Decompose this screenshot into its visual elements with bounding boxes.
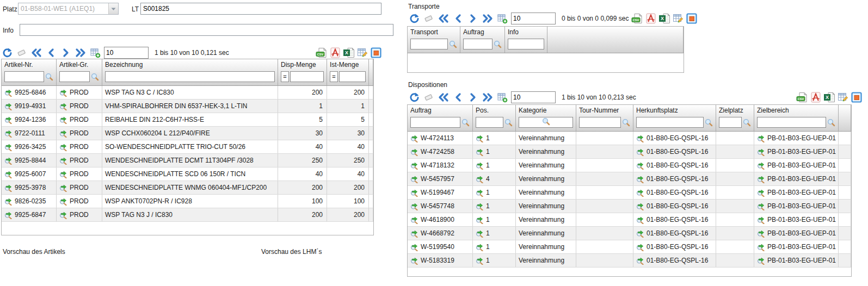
lookup-icon[interactable]	[59, 102, 67, 110]
lookup-icon[interactable]	[410, 257, 418, 265]
next-page-button[interactable]	[60, 47, 72, 59]
table-row[interactable]: 9926-3425PRODSO-WENDESCHNEIDPLATTE TRIO-…	[2, 140, 373, 154]
lookup-icon[interactable]	[4, 197, 13, 206]
export-csv-button[interactable]: CSV	[796, 91, 808, 103]
lookup-icon[interactable]	[410, 189, 418, 197]
lookup-icon[interactable]	[410, 216, 418, 224]
search-icon[interactable]	[827, 119, 835, 127]
add-page-size-button[interactable]	[496, 13, 508, 24]
info-input[interactable]	[20, 24, 393, 36]
lookup-icon[interactable]	[4, 129, 13, 138]
filter-input[interactable]	[508, 39, 544, 49]
column-header-label[interactable]: Ist-Menge	[330, 61, 368, 70]
column-header-label[interactable]: Tour-Nummer	[579, 107, 633, 116]
lookup-icon[interactable]	[4, 157, 13, 165]
window-button[interactable]	[851, 91, 863, 103]
edit-columns-button[interactable]	[672, 13, 684, 24]
platz-dropdown-button[interactable]	[108, 3, 118, 14]
column-header-label[interactable]: Bezeichnung	[105, 61, 278, 70]
filter-input[interactable]	[757, 117, 826, 128]
edit-columns-button[interactable]	[356, 47, 368, 59]
table-row[interactable]: 9925-6847PRODWSP TAG N3 J / IC830200200	[2, 208, 373, 222]
equals-operator-box[interactable]: =	[330, 71, 338, 82]
export-pdf-button[interactable]	[810, 91, 822, 103]
lookup-icon[interactable]	[757, 202, 765, 210]
table-row[interactable]: W-51994671Vereinnahmung01-B80-EG-QSPL-16…	[408, 186, 851, 200]
lookup-icon[interactable]	[410, 202, 418, 210]
lookup-icon[interactable]	[636, 175, 644, 183]
export-pdf-button[interactable]	[645, 13, 657, 24]
lookup-icon[interactable]	[757, 229, 765, 238]
lookup-icon[interactable]	[4, 184, 13, 192]
add-page-size-button[interactable]	[496, 91, 508, 103]
window-button[interactable]	[686, 13, 698, 24]
filter-input[interactable]	[410, 39, 448, 49]
clear-filter-button[interactable]	[423, 13, 435, 24]
refresh-button[interactable]	[408, 13, 420, 24]
export-excel-button[interactable]: X	[658, 13, 670, 24]
table-row[interactable]: W-54579574Vereinnahmung01-B80-EG-QSPL-16…	[408, 172, 851, 186]
column-header-label[interactable]: Auftrag	[463, 28, 504, 38]
filter-input[interactable]	[290, 71, 324, 82]
lookup-icon[interactable]	[757, 189, 765, 197]
column-header-label[interactable]: Artikel-Nr.	[4, 61, 56, 70]
filter-input[interactable]	[410, 117, 460, 128]
column-header-label[interactable]: Artikel-Gr.	[59, 61, 102, 70]
search-icon[interactable]	[45, 73, 53, 81]
lookup-icon[interactable]	[410, 175, 418, 183]
export-excel-button[interactable]: X	[823, 91, 835, 103]
table-row[interactable]: 9925-3978PRODWENDESCHNEIDPLATTE WNMG 060…	[2, 181, 373, 195]
lookup-icon[interactable]	[4, 89, 13, 97]
table-row[interactable]: W-51995401Vereinnahmung01-B80-EG-QSPL-16…	[408, 240, 851, 254]
first-page-button[interactable]	[438, 13, 450, 24]
table-row[interactable]: W-47241131Vereinnahmung01-B80-EG-QSPL-16…	[408, 132, 851, 145]
table-row[interactable]: 9925-8844PRODWENDESCHNEIDPLATTE DCMT 11T…	[2, 154, 373, 167]
table-row[interactable]: W-47181321Vereinnahmung01-B80-EG-QSPL-16…	[408, 159, 851, 172]
lookup-icon[interactable]	[59, 89, 67, 97]
lookup-icon[interactable]	[59, 197, 67, 206]
lookup-icon[interactable]	[4, 102, 13, 110]
add-page-size-button[interactable]	[89, 47, 101, 59]
next-page-button[interactable]	[467, 13, 479, 24]
filter-input[interactable]	[636, 117, 704, 128]
search-icon[interactable]	[449, 40, 457, 48]
lookup-icon[interactable]	[4, 143, 13, 151]
lookup-icon[interactable]	[4, 211, 13, 219]
export-excel-button[interactable]: X	[343, 47, 355, 59]
column-header-label[interactable]: Pos.	[476, 107, 515, 116]
lookup-icon[interactable]	[476, 189, 484, 197]
lt-input[interactable]	[140, 3, 381, 15]
lookup-icon[interactable]	[59, 184, 67, 192]
search-icon[interactable]	[494, 40, 502, 48]
equals-operator-box[interactable]: =	[281, 71, 289, 82]
lookup-icon[interactable]	[410, 243, 418, 251]
last-page-button[interactable]	[482, 13, 494, 24]
page-size-input[interactable]	[511, 13, 556, 24]
table-row[interactable]: 9924-1236PRODREIBAHLE DIN 212-C6H7-HSS-E…	[2, 113, 373, 127]
column-header-label[interactable]: Disp-Menge	[281, 61, 327, 70]
lookup-icon[interactable]	[476, 257, 484, 265]
lookup-icon[interactable]	[636, 134, 644, 142]
platz-combobox[interactable]: 01-B58-01-WE1 (A1EQ1)	[18, 3, 119, 15]
last-page-button[interactable]	[482, 91, 494, 103]
table-row[interactable]: W-54577481Vereinnahmung01-B80-EG-QSPL-16…	[408, 200, 851, 213]
lookup-icon[interactable]	[757, 257, 765, 265]
clear-filter-button[interactable]	[423, 91, 435, 103]
lookup-icon[interactable]	[59, 157, 67, 165]
lookup-icon[interactable]	[636, 243, 644, 251]
lookup-icon[interactable]	[59, 116, 67, 124]
first-page-button[interactable]	[438, 91, 450, 103]
lookup-icon[interactable]	[59, 211, 67, 219]
table-row[interactable]: W-47242581Vereinnahmung01-B80-EG-QSPL-16…	[408, 145, 851, 159]
lookup-icon[interactable]	[757, 175, 765, 183]
lookup-icon[interactable]	[476, 175, 484, 183]
filter-input[interactable]	[579, 117, 621, 128]
lookup-icon[interactable]	[4, 116, 13, 124]
filter-input[interactable]	[339, 71, 366, 82]
lookup-icon[interactable]	[636, 229, 644, 238]
table-row[interactable]: 9919-4931PRODVHM-SPIRALBOHRER DIN 6537-H…	[2, 100, 373, 113]
column-header-label[interactable]: Transport	[410, 28, 460, 38]
column-header-label[interactable]: Info	[508, 28, 547, 38]
lookup-icon[interactable]	[59, 143, 67, 151]
export-csv-button[interactable]: CSV	[316, 47, 328, 59]
